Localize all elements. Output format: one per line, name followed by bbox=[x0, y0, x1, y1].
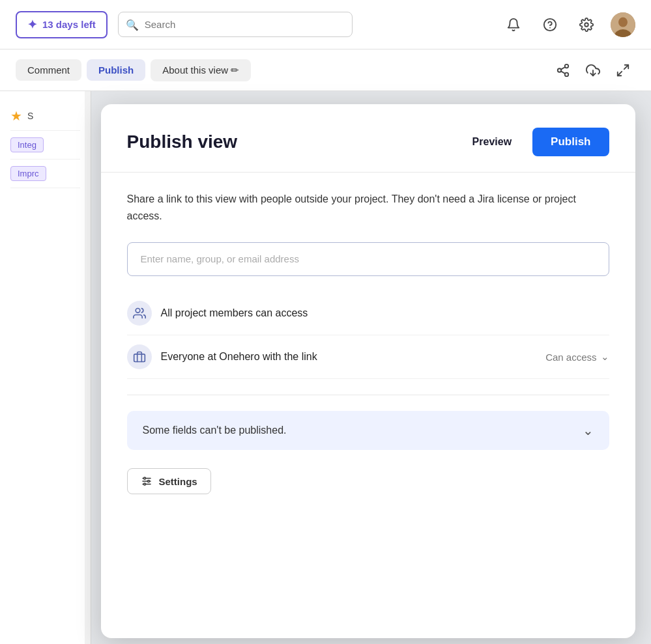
access-row-onehero: Everyone at Onehero with the link Can ac… bbox=[127, 335, 609, 379]
bg-tag-1: Integ bbox=[10, 137, 44, 152]
email-input[interactable] bbox=[141, 253, 596, 264]
star-icon: ★ bbox=[10, 108, 22, 124]
sparkle-icon: ✦ bbox=[27, 18, 37, 32]
settings-label: Settings bbox=[159, 476, 197, 487]
company-icon bbox=[127, 344, 152, 369]
tab-about[interactable]: About this view ✏ bbox=[151, 59, 251, 81]
navbar: ✦ 13 days left 🔍 bbox=[0, 0, 651, 49]
search-bar-container: 🔍 bbox=[118, 12, 353, 37]
share-icon-button[interactable] bbox=[551, 58, 575, 83]
svg-rect-15 bbox=[134, 354, 145, 362]
svg-line-10 bbox=[561, 66, 565, 69]
fields-chevron-icon: ⌄ bbox=[583, 423, 594, 438]
background-sidebar: ★ S Integ Imprc bbox=[0, 91, 91, 644]
svg-line-13 bbox=[618, 71, 622, 75]
user-avatar[interactable] bbox=[611, 12, 635, 37]
chevron-down-icon: ⌄ bbox=[601, 351, 609, 363]
search-input[interactable] bbox=[118, 12, 353, 37]
svg-line-12 bbox=[624, 64, 628, 68]
svg-point-14 bbox=[136, 309, 140, 313]
can-access-dropdown[interactable]: Can access ⌄ bbox=[545, 351, 609, 363]
tab-publish[interactable]: Publish bbox=[87, 59, 145, 81]
download-icon-button[interactable] bbox=[581, 58, 605, 83]
nav-icons bbox=[501, 12, 635, 37]
modal-header-actions: Preview Publish bbox=[465, 128, 609, 156]
svg-point-20 bbox=[147, 481, 149, 483]
publish-button[interactable]: Publish bbox=[532, 128, 609, 156]
trial-label: 13 days left bbox=[42, 19, 96, 30]
modal-header: Publish view Preview Publish bbox=[127, 128, 609, 156]
bg-row-3: Imprc bbox=[10, 160, 80, 188]
bg-tag-2: Imprc bbox=[10, 166, 46, 181]
email-input-container[interactable] bbox=[127, 242, 609, 276]
svg-point-19 bbox=[143, 477, 145, 479]
modal-top-divider bbox=[101, 172, 635, 173]
svg-point-21 bbox=[143, 483, 145, 485]
fullscreen-icon-button[interactable] bbox=[611, 58, 635, 83]
bg-row-2: Integ bbox=[10, 131, 80, 160]
modal-description: Share a link to this view with people ou… bbox=[127, 191, 583, 224]
settings-button[interactable]: Settings bbox=[127, 468, 211, 494]
publish-modal: Publish view Preview Publish Share a lin… bbox=[101, 104, 635, 638]
preview-button[interactable]: Preview bbox=[465, 131, 519, 153]
fields-warning-panel[interactable]: Some fields can't be published. ⌄ bbox=[127, 411, 609, 450]
notification-icon-button[interactable] bbox=[501, 12, 526, 37]
modal-overlay: Publish view Preview Publish Share a lin… bbox=[85, 91, 651, 644]
bg-row-1: ★ S bbox=[10, 102, 80, 131]
onehero-access-label: Everyone at Onehero with the link bbox=[161, 351, 537, 363]
help-icon-button[interactable] bbox=[538, 12, 562, 37]
modal-title: Publish view bbox=[127, 132, 238, 152]
svg-line-9 bbox=[561, 71, 565, 74]
fields-warning-text: Some fields can't be published. bbox=[143, 425, 287, 436]
tab-bar: Comment Publish About this view ✏ bbox=[0, 49, 651, 91]
bg-text-1: S bbox=[27, 111, 33, 121]
members-access-label: All project members can access bbox=[161, 307, 609, 319]
section-divider bbox=[127, 395, 609, 395]
svg-point-2 bbox=[585, 23, 588, 27]
search-icon: 🔍 bbox=[126, 18, 139, 31]
tab-comment[interactable]: Comment bbox=[16, 59, 81, 81]
members-icon bbox=[127, 301, 152, 326]
svg-point-4 bbox=[618, 17, 628, 27]
can-access-label: Can access bbox=[545, 352, 596, 363]
settings-icon-button[interactable] bbox=[574, 12, 599, 37]
access-row-members: All project members can access bbox=[127, 292, 609, 335]
trial-badge[interactable]: ✦ 13 days left bbox=[16, 11, 108, 38]
